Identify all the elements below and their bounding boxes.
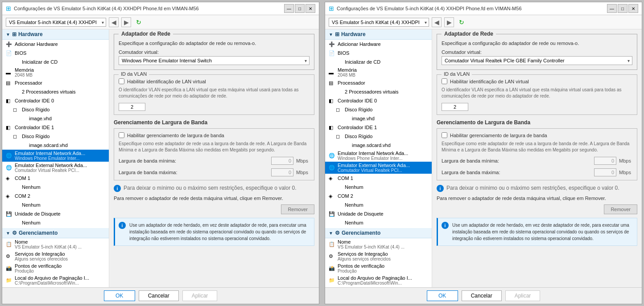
- sidebar-item[interactable]: Nenhum: [325, 218, 432, 227]
- sidebar-item-text: Disco Rígido: [345, 107, 428, 112]
- sidebar-item[interactable]: ◈ COM 1: [325, 174, 432, 183]
- sidebar-item[interactable]: ▬ Memória 2048 MB: [2, 66, 109, 78]
- sidebar-item[interactable]: 🌐 Emulator External Network Ada... Comut…: [2, 162, 109, 174]
- nav-forward-button[interactable]: ▶: [444, 17, 454, 27]
- vm-selector[interactable]: VS Emulator 5-inch KitKat (4.4) XXHDPI: [6, 18, 106, 27]
- sidebar-item[interactable]: Nenhum: [2, 200, 109, 209]
- sidebar-management-item[interactable]: 📸 Pontos de verificação Produção: [325, 262, 432, 274]
- ok-button[interactable]: OK: [427, 290, 458, 301]
- sidebar-item[interactable]: ◻ Disco Rígido: [2, 132, 109, 141]
- sidebar-item-label: image.sdcard.vhd: [352, 143, 428, 148]
- sidebar-item[interactable]: ➕ Adicionar Hardware: [325, 40, 432, 49]
- sidebar-item[interactable]: 🌐 Emulator Internal Network Ada... Windo…: [2, 150, 109, 162]
- apply-button[interactable]: Aplicar: [505, 290, 541, 301]
- sidebar-item[interactable]: 📄 BIOS: [2, 49, 109, 57]
- vlan-value-input[interactable]: [442, 103, 468, 111]
- sidebar-management-item[interactable]: 📁 Local do Arquivo de Paginação I... C:\…: [2, 274, 109, 286]
- maximize-button[interactable]: □: [618, 4, 627, 13]
- sidebar-item[interactable]: ▤ Processador: [2, 78, 109, 87]
- sidebar-item[interactable]: ◧ Controlador IDE 0: [2, 96, 109, 105]
- vlan-checkbox-row: Habilitar identificação de LAN virtual: [442, 78, 632, 84]
- virtual-switch-select[interactable]: Comutador Virtual Realtek PCIe GBE Famil…: [442, 56, 632, 65]
- sidebar-item-icon: ◈: [329, 193, 336, 199]
- vm-selector[interactable]: VS Emulator 5-inch KitKat (4.4) XXHDPI: [329, 18, 429, 27]
- vlan-section: ID da VLAN Habilitar identificação de LA…: [114, 74, 314, 115]
- refresh-button[interactable]: ↻: [134, 17, 144, 27]
- sidebar-management-item[interactable]: 📁 Local do Arquivo de Paginação I... C:\…: [325, 274, 432, 286]
- sidebar-item[interactable]: Inicializar de CD: [325, 57, 432, 66]
- sidebar-item-label: Nenhum: [345, 220, 428, 225]
- sidebar-item[interactable]: ▬ Memória 2048 MB: [325, 66, 432, 78]
- refresh-button[interactable]: ↻: [457, 17, 466, 27]
- sidebar-item[interactable]: 🌐 Emulator Internal Network Ada... Windo…: [325, 150, 432, 162]
- sidebar-item[interactable]: 2 Processadores virtuais: [325, 87, 432, 96]
- management-expand-icon[interactable]: ▼: [6, 231, 10, 236]
- sidebar-item[interactable]: 🌐 Emulator External Network Ada... Comut…: [325, 162, 432, 174]
- sidebar-item[interactable]: ◧ Controlador IDE 1: [2, 123, 109, 132]
- nav-back-button[interactable]: ◀: [432, 17, 442, 27]
- sidebar-management-item[interactable]: 📋 Nome VS Emulator 5-inch KitKat (4.4) .…: [325, 238, 432, 250]
- nav-back-button[interactable]: ◀: [109, 17, 119, 27]
- sidebar-item[interactable]: image.sdcard.vhd: [325, 141, 432, 150]
- ok-button[interactable]: OK: [104, 290, 135, 301]
- sidebar-item[interactable]: ◻ Disco Rígido: [2, 105, 109, 114]
- sidebar-item[interactable]: ◈ COM 1: [2, 174, 109, 183]
- sidebar-management-item[interactable]: 📸 Pontos de verificação Produção: [2, 262, 109, 274]
- cancel-button[interactable]: Cancelar: [139, 290, 179, 301]
- sidebar-item[interactable]: 💾 Unidade de Disquete: [325, 209, 432, 218]
- apply-button[interactable]: Aplicar: [182, 290, 218, 301]
- hardware-expand-icon[interactable]: ▼: [329, 32, 333, 37]
- sidebar-item-icon: 🌐: [329, 153, 336, 159]
- vlan-checkbox[interactable]: [119, 78, 124, 84]
- sidebar-item[interactable]: image.vhd: [325, 114, 432, 123]
- maximize-button[interactable]: □: [295, 4, 305, 13]
- min-bandwidth-input[interactable]: [271, 157, 293, 165]
- management-expand-icon[interactable]: ▼: [329, 231, 333, 236]
- max-bandwidth-input[interactable]: [594, 168, 616, 176]
- remove-button[interactable]: Remover: [281, 204, 314, 214]
- sidebar-item[interactable]: ◈ COM 2: [2, 192, 109, 200]
- sidebar-management-item[interactable]: ⚙ Serviços de Integração Alguns serviços…: [2, 250, 109, 262]
- sidebar-item[interactable]: Nenhum: [2, 183, 109, 192]
- sidebar-item[interactable]: Nenhum: [2, 218, 109, 227]
- management-section-header: ▼⚙Gerenciamento: [325, 228, 432, 238]
- hardware-label: Hardware: [341, 31, 366, 37]
- sidebar-item[interactable]: 💾 Unidade de Disquete: [2, 209, 109, 218]
- max-bandwidth-input[interactable]: [271, 168, 293, 176]
- close-button[interactable]: ✕: [305, 4, 315, 13]
- minimize-button[interactable]: —: [607, 4, 617, 13]
- sidebar-item[interactable]: Inicializar de CD: [2, 57, 109, 66]
- sidebar-item[interactable]: ◻ Disco Rígido: [325, 132, 432, 141]
- sidebar-item[interactable]: 2 Processadores virtuais: [2, 87, 109, 96]
- bandwidth-checkbox[interactable]: [119, 132, 124, 138]
- minimize-button[interactable]: —: [284, 4, 294, 13]
- sidebar-management-item[interactable]: ⚙ Serviços de Integração Alguns serviços…: [325, 250, 432, 262]
- bandwidth-checkbox[interactable]: [442, 132, 447, 138]
- sidebar-item-label: BIOS: [15, 50, 105, 56]
- nav-forward-button[interactable]: ▶: [121, 17, 131, 27]
- sidebar-item[interactable]: image.sdcard.vhd: [2, 141, 109, 150]
- min-bandwidth-input[interactable]: [594, 157, 616, 165]
- vlan-value-input[interactable]: [119, 103, 145, 111]
- sidebar-item[interactable]: ➕ Adicionar Hardware: [2, 40, 109, 49]
- virtual-switch-select[interactable]: Windows Phone Emulator Internal Switch: [119, 56, 310, 65]
- remove-row: Remover: [437, 204, 637, 214]
- sidebar-item[interactable]: 📄 BIOS: [325, 49, 432, 57]
- sidebar-item[interactable]: image.vhd: [2, 114, 109, 123]
- sidebar-item[interactable]: ◧ Controlador IDE 1: [325, 123, 432, 132]
- sidebar-item-text: Memória 2048 MB: [15, 67, 105, 78]
- sidebar-item[interactable]: ◈ COM 2: [325, 192, 432, 200]
- sidebar-item-text: Nenhum: [22, 220, 105, 225]
- hardware-expand-icon[interactable]: ▼: [6, 32, 10, 37]
- sidebar-item[interactable]: ◻ Disco Rígido: [325, 105, 432, 114]
- vm-selector-wrap: VS Emulator 5-inch KitKat (4.4) XXHDPI: [329, 18, 429, 27]
- sidebar-item[interactable]: Nenhum: [325, 200, 432, 209]
- remove-button[interactable]: Remover: [604, 204, 637, 214]
- vlan-checkbox[interactable]: [442, 78, 447, 84]
- sidebar-item[interactable]: ◧ Controlador IDE 0: [325, 96, 432, 105]
- sidebar-item[interactable]: Nenhum: [325, 183, 432, 192]
- close-button[interactable]: ✕: [628, 4, 638, 13]
- sidebar-management-item[interactable]: 📋 Nome VS Emulator 5-inch KitKat (4.4) .…: [2, 238, 109, 250]
- cancel-button[interactable]: Cancelar: [462, 290, 502, 301]
- sidebar-item[interactable]: ▤ Processador: [325, 78, 432, 87]
